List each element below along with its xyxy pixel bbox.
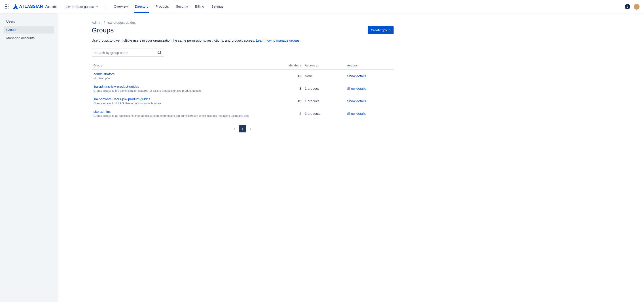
sidebar-item-groups[interactable]: Groups [4, 26, 54, 34]
members-count: 19 [273, 95, 303, 108]
desc-text: Use groups to give multiple users in you… [92, 38, 256, 42]
chevron-right-icon [249, 127, 252, 131]
th-actions: Actions [345, 62, 394, 70]
org-name: jsw-product-guides [66, 5, 94, 8]
group-desc: No description [94, 77, 111, 80]
th-group: Group [92, 62, 273, 70]
show-details-link[interactable]: Show details [347, 99, 366, 103]
logo[interactable]: ATLASSIAN Admin [13, 4, 57, 9]
nav-billing[interactable]: Billing [194, 0, 205, 13]
breadcrumb-admin[interactable]: Admin [92, 20, 101, 24]
th-access: Access to [303, 62, 345, 70]
help-icon[interactable]: ? [625, 4, 630, 10]
table-row: jira-software-users-jsw-product-guidesGr… [92, 95, 394, 108]
group-name-link[interactable]: jira-admins-jsw-product-guides [94, 84, 139, 88]
group-name-link[interactable]: site-admins [94, 110, 111, 114]
top-nav: OverviewDirectoryProductsSecurityBilling… [113, 0, 224, 13]
sidebar: UsersGroupsManaged accounts [0, 14, 58, 302]
svg-point-0 [158, 51, 161, 54]
breadcrumb-sep: / [104, 20, 105, 24]
group-name-link[interactable]: jira-software-users-jsw-product-guides [94, 97, 150, 101]
atlassian-icon [13, 4, 18, 9]
show-details-link[interactable]: Show details [347, 86, 366, 90]
header-right: ? [625, 4, 640, 10]
chevron-down-icon [95, 5, 98, 8]
show-details-link[interactable]: Show details [347, 74, 366, 78]
pagination: 1 [92, 125, 394, 132]
learn-link[interactable]: Learn how to manage groups [256, 38, 300, 42]
table-row: jira-admins-jsw-product-guidesGrants acc… [92, 82, 394, 95]
nav-products[interactable]: Products [154, 0, 170, 13]
avatar[interactable] [634, 4, 640, 10]
table-row: administratorsNo description13NoneShow d… [92, 70, 394, 82]
chevron-left-icon [233, 127, 236, 131]
logo-text: ATLASSIAN [19, 4, 43, 9]
org-switcher[interactable]: jsw-product-guides [66, 5, 98, 8]
search-wrap [92, 48, 164, 56]
group-desc: Grants access to JIRA Software on jsw-pr… [94, 102, 161, 105]
group-desc: Grants access to the administration feat… [94, 89, 200, 92]
page-current[interactable]: 1 [239, 125, 246, 132]
admin-label: Admin [45, 4, 57, 9]
group-name-link[interactable]: administrators [94, 72, 114, 76]
access-value: 2 products [305, 112, 320, 116]
sidebar-item-managed-accounts[interactable]: Managed accounts [4, 34, 54, 42]
members-count: 2 [273, 108, 303, 120]
nav-overview[interactable]: Overview [113, 0, 129, 13]
header: ATLASSIAN Admin jsw-product-guides Overv… [0, 0, 644, 14]
show-details-link[interactable]: Show details [347, 112, 366, 116]
members-count: 13 [273, 70, 303, 82]
sidebar-item-users[interactable]: Users [4, 18, 54, 25]
nav-directory[interactable]: Directory [134, 0, 149, 13]
breadcrumb-org[interactable]: jsw-product-guides [108, 20, 136, 24]
access-value: 1 product [305, 86, 319, 90]
th-members: Members [273, 62, 303, 70]
groups-table: Group Members Access to Actions administ… [92, 62, 394, 120]
table-row: site-adminsGrants access to all applicat… [92, 108, 394, 120]
body: UsersGroupsManaged accounts Admin / jsw-… [0, 14, 644, 302]
header-left: ATLASSIAN Admin jsw-product-guides Overv… [4, 0, 224, 13]
create-group-button[interactable]: Create group [368, 26, 394, 34]
svg-line-1 [160, 54, 162, 54]
search-icon[interactable] [157, 50, 162, 55]
search-input[interactable] [92, 48, 164, 56]
access-value: None [305, 74, 313, 78]
breadcrumb: Admin / jsw-product-guides [92, 20, 394, 24]
page-title: Groups [92, 26, 114, 34]
title-row: Groups Create group [92, 26, 394, 34]
page-description: Use groups to give multiple users in you… [92, 38, 394, 42]
members-count: 3 [273, 82, 303, 95]
group-desc: Grants access to all applications, their… [94, 114, 249, 118]
access-value: 1 product [305, 99, 319, 103]
separator [106, 4, 106, 10]
app-switcher-icon[interactable] [4, 4, 10, 10]
main-content: Admin / jsw-product-guides Groups Create… [58, 14, 407, 302]
page-prev[interactable] [231, 125, 238, 132]
nav-security[interactable]: Security [175, 0, 189, 13]
page-next[interactable] [247, 125, 254, 132]
nav-settings[interactable]: Settings [210, 0, 224, 13]
